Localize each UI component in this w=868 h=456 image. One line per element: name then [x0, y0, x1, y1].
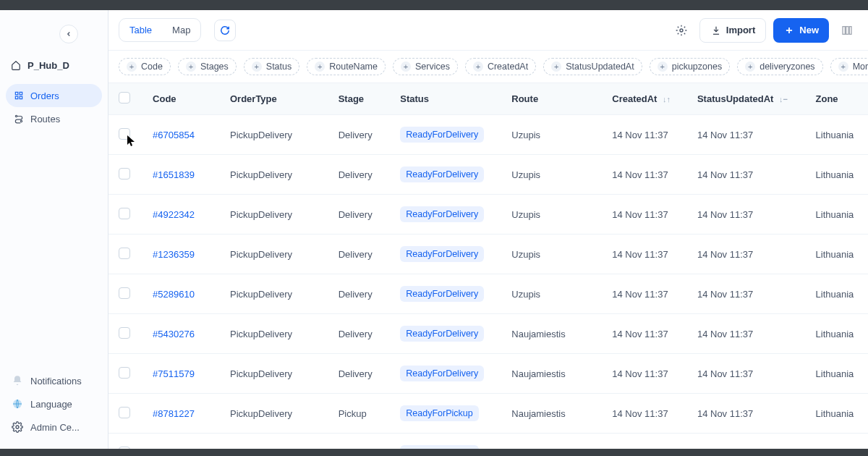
filter-chip-statusupdatedat[interactable]: +StatusUpdatedAt — [543, 58, 642, 75]
cell-stage: Pickup — [328, 394, 391, 434]
row-checkbox[interactable] — [119, 447, 130, 449]
sidebar-item-notifications[interactable]: Notifications — [6, 369, 102, 392]
filter-chip-label: More — [853, 62, 868, 72]
order-code-link[interactable]: #1236359 — [153, 249, 195, 260]
filter-chip-more[interactable]: +More — [830, 58, 868, 75]
filter-chips: +Code+Stages+Status+RouteName+Services+C… — [109, 51, 868, 83]
order-code-link[interactable]: #4922342 — [153, 209, 195, 220]
filter-chip-pickupzones[interactable]: +pickupzones — [650, 58, 731, 75]
table-row[interactable]: #6705854 PickupDelivery Delivery ReadyFo… — [109, 115, 868, 155]
svg-point-8 — [680, 29, 683, 32]
gear-icon — [12, 421, 23, 433]
filter-chip-stages[interactable]: +Stages — [178, 58, 237, 75]
order-code-link[interactable]: #1651839 — [153, 169, 195, 180]
column-ordertype[interactable]: OrderType — [220, 83, 328, 115]
column-createdat[interactable]: CreatedAt ↓↑ — [602, 83, 687, 115]
new-button[interactable]: New — [773, 18, 829, 43]
table-row[interactable]: #7511579 PickupDelivery Delivery ReadyFo… — [109, 354, 868, 394]
tab-table[interactable]: Table — [119, 19, 162, 41]
app-frame: P_Hub_D Orders Routes Notificati — [0, 10, 868, 449]
plus-icon: + — [315, 62, 325, 72]
plus-icon: + — [252, 62, 262, 72]
cell-statusupdatedat: 14 Nov 11:37 — [687, 394, 806, 434]
cell-route: Uzupis — [501, 115, 602, 155]
cell-zone: Lithuania — [806, 115, 868, 155]
columns-button[interactable] — [836, 20, 858, 41]
filter-chip-label: Status — [266, 62, 292, 72]
cell-createdat: 14 Nov 11:37 — [602, 314, 687, 354]
sidebar-collapse-button[interactable] — [59, 25, 78, 43]
column-code[interactable]: Code — [142, 83, 220, 115]
column-statusupdatedat[interactable]: StatusUpdatedAt ↓− — [687, 83, 806, 115]
table-row[interactable]: #5289610 PickupDelivery Delivery ReadyFo… — [109, 274, 868, 314]
filter-chip-label: CreatedAt — [488, 62, 528, 72]
sidebar-item-language[interactable]: Language — [6, 392, 102, 415]
order-code-link[interactable]: #5289610 — [153, 289, 195, 300]
filter-chip-status[interactable]: +Status — [244, 58, 299, 75]
column-zone[interactable]: Zone — [806, 83, 868, 115]
filter-chip-deliveryzones[interactable]: +deliveryzones — [737, 58, 822, 75]
order-code-link[interactable]: #6705854 — [153, 130, 195, 140]
cell-ordertype: PickupDelivery — [220, 115, 328, 155]
status-badge: ReadyForDelivery — [400, 206, 484, 222]
table-row[interactable]: #5153029 PickupDelivery Pickup ReadyForP… — [109, 434, 868, 449]
home-icon — [10, 59, 22, 71]
cell-stage: Delivery — [328, 235, 391, 274]
row-checkbox[interactable] — [119, 128, 130, 140]
plus-icon: + — [745, 62, 755, 72]
column-status[interactable]: Status — [390, 83, 501, 115]
column-stage[interactable]: Stage — [328, 83, 391, 115]
order-code-link[interactable]: #5430276 — [153, 329, 195, 339]
filter-chip-label: StatusUpdatedAt — [566, 62, 634, 72]
order-code-link[interactable]: #8781227 — [153, 408, 195, 419]
sidebar-item-orders[interactable]: Orders — [6, 84, 102, 107]
table-row[interactable]: #1236359 PickupDelivery Delivery ReadyFo… — [109, 235, 868, 274]
hub-selector[interactable]: P_Hub_D — [0, 55, 108, 75]
column-route[interactable]: Route — [501, 83, 602, 115]
order-code-link[interactable]: #5153029 — [153, 448, 195, 449]
sidebar-item-routes[interactable]: Routes — [6, 107, 102, 130]
row-checkbox[interactable] — [119, 327, 130, 339]
chevron-left-icon — [63, 28, 75, 40]
plus-icon: + — [473, 62, 483, 72]
table-row[interactable]: #1651839 PickupDelivery Delivery ReadyFo… — [109, 155, 868, 195]
status-badge: ReadyForDelivery — [400, 326, 484, 342]
order-code-link[interactable]: #7511579 — [153, 368, 195, 379]
row-checkbox[interactable] — [119, 208, 130, 219]
row-checkbox[interactable] — [119, 287, 130, 299]
tab-map[interactable]: Map — [162, 19, 200, 41]
filter-chip-services[interactable]: +Services — [393, 58, 458, 75]
settings-button[interactable] — [671, 20, 692, 41]
cell-zone: Lithuania — [806, 354, 868, 394]
sidebar-item-admin[interactable]: Admin Ce... — [6, 415, 102, 439]
orders-table-wrap[interactable]: Code OrderType Stage Status Route Create… — [109, 83, 868, 449]
table-row[interactable]: #8781227 PickupDelivery Pickup ReadyForP… — [109, 394, 868, 434]
select-all-checkbox[interactable] — [119, 92, 130, 104]
status-badge: ReadyForDelivery — [400, 127, 484, 143]
cell-stage: Delivery — [328, 274, 391, 314]
column-select[interactable] — [109, 83, 142, 115]
cell-createdat: 14 Nov 11:37 — [602, 274, 687, 314]
row-checkbox[interactable] — [119, 407, 130, 418]
table-row[interactable]: #5430276 PickupDelivery Delivery ReadyFo… — [109, 314, 868, 354]
refresh-button[interactable] — [214, 20, 236, 41]
filter-chip-label: Services — [415, 62, 450, 72]
table-row[interactable]: #4922342 PickupDelivery Delivery ReadyFo… — [109, 195, 868, 235]
sidebar-item-label: Admin Ce... — [30, 422, 80, 433]
row-checkbox[interactable] — [119, 248, 130, 259]
svg-point-4 — [15, 115, 17, 117]
filter-chip-code[interactable]: +Code — [119, 58, 171, 75]
plus-icon — [783, 25, 795, 36]
svg-rect-1 — [20, 92, 22, 94]
import-button[interactable]: Import — [699, 18, 766, 43]
cell-createdat: 14 Nov 11:37 — [602, 115, 687, 155]
filter-chip-createdat[interactable]: +CreatedAt — [465, 58, 536, 75]
plus-icon: + — [401, 62, 411, 72]
plus-icon: + — [127, 62, 137, 72]
sidebar-item-label: Language — [30, 399, 72, 410]
row-checkbox[interactable] — [119, 168, 130, 180]
sort-icon: ↓− — [779, 95, 788, 104]
cell-route: Uzupis — [501, 274, 602, 314]
filter-chip-routename[interactable]: +RouteName — [307, 58, 386, 75]
row-checkbox[interactable] — [119, 367, 130, 379]
